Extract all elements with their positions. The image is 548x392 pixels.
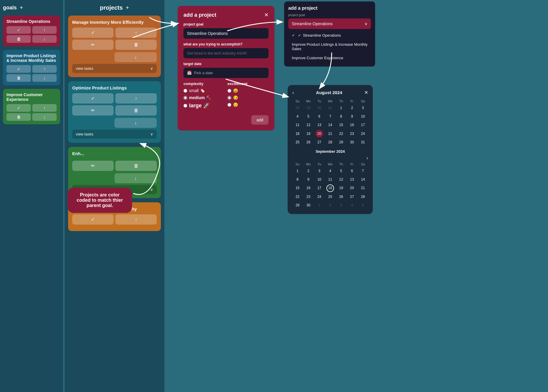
- goal-up-btn-customer[interactable]: ↑: [32, 104, 57, 112]
- aug-day-6[interactable]: 6: [314, 113, 324, 121]
- aug-day-15[interactable]: 15: [336, 121, 346, 129]
- dropdown-option-product[interactable]: Improve Product Listings & Increase Mont…: [288, 40, 371, 53]
- aug-day-18[interactable]: 18: [292, 130, 303, 138]
- goal-trash-btn-streamline[interactable]: 🗑: [6, 35, 31, 43]
- add-goal-button[interactable]: +: [20, 4, 23, 11]
- goal-trash-btn-customer[interactable]: 🗑: [6, 113, 31, 121]
- sep-day-25[interactable]: 25: [325, 193, 335, 201]
- sep-day-12[interactable]: 12: [336, 176, 346, 184]
- sep-day-10[interactable]: 10: [314, 176, 324, 184]
- sep-day-16[interactable]: 16: [303, 184, 313, 192]
- sep-day-3-next[interactable]: 3: [336, 201, 346, 209]
- complexity-small[interactable]: small 🏷️: [183, 88, 225, 93]
- aug-day-10[interactable]: 10: [358, 113, 368, 121]
- project-down-optimize[interactable]: ↓: [114, 118, 157, 128]
- add-project-submit-button[interactable]: add: [251, 115, 269, 125]
- sep-day-18-selected[interactable]: 18: [326, 184, 334, 192]
- aug-day-22[interactable]: 22: [336, 130, 346, 138]
- complexity-large[interactable]: large 🚀: [183, 102, 225, 109]
- sep-day-20[interactable]: 20: [347, 184, 357, 192]
- sep-day-22[interactable]: 22: [292, 193, 303, 201]
- sep-day-9[interactable]: 9: [303, 176, 313, 184]
- sep-day-19[interactable]: 19: [336, 184, 346, 192]
- aug-day-31-prev[interactable]: 31: [325, 104, 335, 112]
- modal-close-button[interactable]: ✕: [264, 12, 269, 18]
- sep-day-24[interactable]: 24: [314, 193, 324, 201]
- sep-day-17[interactable]: 17: [314, 184, 324, 192]
- aug-day-17[interactable]: 17: [358, 121, 368, 129]
- sep-day-21[interactable]: 21: [358, 184, 368, 192]
- aug-day-14[interactable]: 14: [325, 121, 335, 129]
- aug-day-3[interactable]: 3: [358, 104, 368, 112]
- project-up-photography[interactable]: ↑: [115, 214, 157, 225]
- sep-day-5[interactable]: 5: [336, 167, 346, 175]
- sep-day-1[interactable]: 1: [292, 167, 303, 175]
- excitement-happy[interactable]: 😄: [227, 88, 269, 93]
- sep-day-8[interactable]: 8: [292, 176, 303, 184]
- sep-day-6[interactable]: 6: [347, 167, 357, 175]
- project-down-enhance[interactable]: ↓: [114, 173, 157, 183]
- excitement-sad[interactable]: 😔: [227, 102, 269, 107]
- sep-day-4[interactable]: 4: [325, 167, 335, 175]
- sep-day-15[interactable]: 15: [292, 184, 303, 192]
- project-edit-optimize[interactable]: ✏: [72, 105, 114, 116]
- sep-day-26[interactable]: 26: [336, 193, 346, 201]
- what-input[interactable]: [183, 48, 269, 58]
- project-goal-select[interactable]: Streamline Operations Improve Product Li…: [183, 28, 269, 39]
- sep-day-14[interactable]: 14: [358, 176, 368, 184]
- goal-check-btn-streamline[interactable]: ✓: [6, 26, 31, 34]
- goal-down-btn-streamline[interactable]: ↓: [32, 35, 57, 43]
- goal-up-btn-streamline[interactable]: ↑: [32, 26, 57, 34]
- project-check-photography[interactable]: ✓: [72, 214, 114, 225]
- goal-down-btn-product[interactable]: ↓: [32, 74, 57, 82]
- cal-close-button[interactable]: ✕: [364, 90, 368, 95]
- complexity-medium[interactable]: medium 🔨: [183, 95, 225, 100]
- sep-day-4-next[interactable]: 4: [347, 201, 357, 209]
- sep-day-30[interactable]: 30: [303, 201, 313, 209]
- cal-next-button[interactable]: ›: [367, 155, 368, 161]
- aug-day-9[interactable]: 9: [347, 113, 357, 121]
- sep-day-1-next[interactable]: 1: [314, 201, 324, 209]
- sep-day-2[interactable]: 2: [303, 167, 313, 175]
- aug-day-13[interactable]: 13: [314, 121, 324, 129]
- add-project-button[interactable]: +: [126, 4, 129, 11]
- project-up-inventory[interactable]: ↑: [115, 28, 157, 38]
- project-up-optimize[interactable]: ↑: [115, 93, 157, 103]
- project-check-optimize[interactable]: ✓: [72, 93, 114, 103]
- sep-day-5-next[interactable]: 5: [358, 201, 368, 209]
- project-edit-enhance[interactable]: ✏: [72, 161, 114, 171]
- dropdown-option-customer[interactable]: Improve Customer Experience: [288, 53, 371, 62]
- aug-day-28[interactable]: 28: [325, 138, 335, 146]
- aug-day-30[interactable]: 30: [347, 138, 357, 146]
- project-edit-inventory[interactable]: ✏: [72, 40, 114, 50]
- sep-day-13[interactable]: 13: [347, 176, 357, 184]
- view-tasks-inventory[interactable]: view tasks ∨: [72, 64, 157, 73]
- aug-day-30-prev[interactable]: 30: [314, 104, 324, 112]
- aug-day-20-today[interactable]: 20: [316, 130, 323, 138]
- aug-day-28-prev[interactable]: 28: [292, 104, 303, 112]
- project-down-inventory[interactable]: ↓: [114, 52, 157, 62]
- sep-day-2-next[interactable]: 2: [325, 201, 335, 209]
- goal-trash-btn-product[interactable]: 🗑: [6, 74, 31, 82]
- aug-day-5[interactable]: 5: [303, 113, 313, 121]
- sep-day-23[interactable]: 23: [303, 193, 313, 201]
- aug-day-1[interactable]: 1: [336, 104, 346, 112]
- sep-day-28[interactable]: 28: [358, 193, 368, 201]
- sep-day-29[interactable]: 29: [292, 201, 303, 209]
- aug-day-12[interactable]: 12: [303, 121, 313, 129]
- sep-day-3[interactable]: 3: [314, 167, 324, 175]
- date-picker[interactable]: 📅 Pick a date: [183, 68, 269, 78]
- aug-day-27[interactable]: 27: [314, 138, 324, 146]
- aug-day-25[interactable]: 25: [292, 138, 303, 146]
- sep-day-11[interactable]: 11: [325, 176, 335, 184]
- project-trash-optimize[interactable]: 🗑: [115, 105, 157, 116]
- aug-day-2[interactable]: 2: [347, 104, 357, 112]
- project-trash-inventory[interactable]: 🗑: [115, 40, 157, 50]
- aug-day-29[interactable]: 29: [336, 138, 346, 146]
- dropdown-select-bar[interactable]: Streamline Operations ∨: [288, 18, 371, 29]
- view-tasks-optimize[interactable]: view tasks ∨: [72, 130, 157, 139]
- goal-check-btn-customer[interactable]: ✓: [6, 104, 31, 112]
- aug-day-29-prev[interactable]: 29: [303, 104, 313, 112]
- aug-day-4[interactable]: 4: [292, 113, 303, 121]
- aug-day-31[interactable]: 31: [358, 138, 368, 146]
